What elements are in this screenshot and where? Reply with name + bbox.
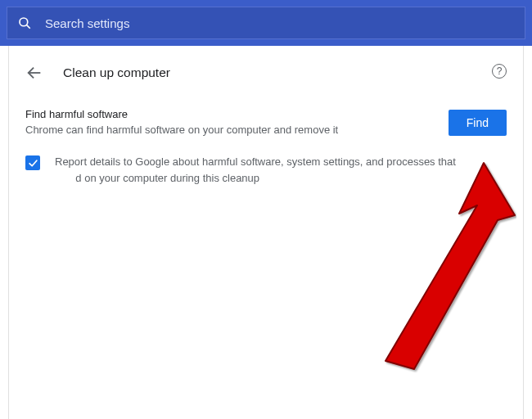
settings-header	[0, 0, 532, 46]
help-icon[interactable]: ?	[492, 64, 507, 79]
page-title: Clean up computer	[63, 65, 170, 80]
search-icon	[17, 16, 32, 30]
settings-panel: Clean up computer ? Find harmful softwar…	[8, 46, 524, 419]
svg-marker-3	[385, 163, 515, 369]
report-checkbox[interactable]	[25, 155, 40, 170]
checkbox-label-before: Report details to Google about harmful s…	[55, 155, 456, 168]
svg-line-1	[27, 25, 30, 29]
find-button[interactable]: Find	[449, 110, 507, 136]
annotation-arrow-icon	[271, 156, 516, 394]
report-checkbox-row: Report details to Google about harmful s…	[25, 154, 507, 186]
report-checkbox-label: Report details to Google about harmful s…	[55, 154, 507, 186]
section-description: Chrome can find harmful software on your…	[25, 124, 434, 136]
search-bar[interactable]	[7, 7, 525, 39]
search-input[interactable]	[45, 16, 515, 30]
title-row: Clean up computer	[25, 64, 507, 82]
svg-point-0	[20, 18, 28, 26]
section-text: Find harmful software Chrome can find ha…	[25, 108, 434, 136]
section-title: Find harmful software	[25, 108, 434, 120]
back-arrow-icon[interactable]	[25, 64, 43, 82]
find-harmful-section: Find harmful software Chrome can find ha…	[25, 108, 507, 136]
checkbox-label-after: d on your computer during this cleanup	[75, 172, 259, 184]
